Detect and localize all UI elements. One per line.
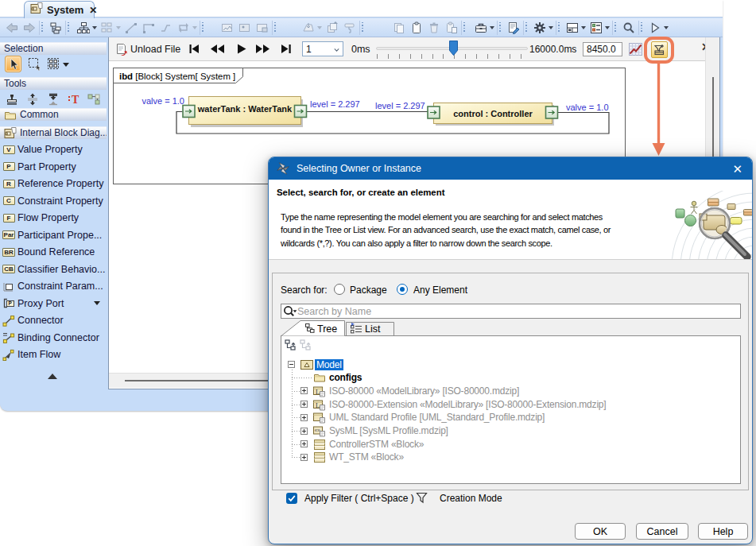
skip-to-start-icon[interactable] (189, 44, 200, 54)
rewind-icon[interactable] (210, 44, 225, 54)
tree-expand-icon[interactable] (300, 454, 308, 461)
palette-header-common[interactable]: Common (0, 108, 107, 121)
containment-tree-button[interactable] (47, 19, 64, 37)
marquee-select-button[interactable] (26, 56, 43, 72)
tab-list-label[interactable]: List (365, 323, 381, 335)
search-input[interactable]: Search by Name (281, 304, 741, 319)
tree-node-label[interactable]: Model (315, 359, 343, 370)
help-button[interactable]: Help (698, 523, 748, 540)
time-input[interactable]: 8450.0 (583, 42, 622, 56)
tree-node-iso-80000-modellibrary-iso-800[interactable]: LISO-80000 «ModelLibrary» [ISO-80000.mdz… (281, 385, 740, 398)
dialog-titlebar[interactable]: Selecting Owner or Instance ✕ (269, 157, 752, 180)
tree-node-uml-standard-profile-uml-stand[interactable]: UML Standard Profile [UML_Standard_Profi… (281, 411, 740, 424)
port-control-in[interactable] (428, 106, 440, 118)
filter-funnel-icon[interactable] (416, 492, 428, 504)
chevron-down-icon[interactable] (94, 301, 100, 305)
creation-mode-label[interactable]: Creation Mode (440, 493, 502, 504)
palette-item-part-property[interactable]: PPart Property (0, 158, 107, 175)
tab-close-icon[interactable]: ✕ (89, 6, 97, 15)
time-slider-thumb[interactable] (449, 41, 458, 56)
fast-forward-icon[interactable] (255, 44, 270, 54)
select-tool-button[interactable] (5, 56, 21, 72)
gear-button[interactable] (531, 19, 549, 37)
palette-header-ibd[interactable]: Internal Block Diag... (0, 126, 107, 139)
tab-tree-label[interactable]: Tree (317, 323, 337, 335)
chevron-down-icon[interactable] (490, 26, 494, 29)
palette-item-constraint-property[interactable]: CConstraint Property (0, 192, 107, 209)
tree-node-wt-stm-block[interactable]: WT_STM «Block» (281, 451, 740, 464)
tree-expand-icon[interactable] (300, 401, 308, 408)
step-combobox[interactable]: 1 (302, 41, 343, 56)
tree-node-label[interactable]: configs (328, 372, 363, 383)
properties-list-button[interactable] (587, 19, 605, 37)
search-icon[interactable] (283, 305, 297, 317)
chevron-down-icon[interactable] (92, 26, 97, 29)
related-elements-button[interactable] (75, 19, 92, 37)
tree-collapse-icon[interactable] (288, 361, 295, 368)
palette-item-item-flow[interactable]: Item Flow (0, 347, 107, 363)
tree-node-label[interactable]: UML Standard Profile [UML_Standard_Profi… (328, 412, 546, 423)
play-icon[interactable] (237, 44, 246, 54)
tree-expand-icon[interactable] (300, 440, 308, 447)
run-simulation-button[interactable] (646, 19, 664, 37)
vertical-spread-button[interactable] (24, 91, 41, 107)
radio-package[interactable] (334, 284, 345, 295)
tree-node-label[interactable]: ControllerSTM «Block» (328, 439, 425, 450)
apply-filter-checkbox[interactable] (286, 493, 297, 504)
window-layout-button[interactable] (564, 19, 581, 37)
chevron-down-icon[interactable] (664, 26, 669, 29)
tree-node-label[interactable]: SysML [SysML Profile.mdzip] (328, 425, 450, 436)
tree-node-label[interactable]: ISO-80000-Extension «ModelLibrary» [ISO-… (328, 399, 607, 410)
publish-document-button[interactable] (505, 19, 522, 37)
tree-node-label[interactable]: WT_STM «Block» (328, 451, 405, 463)
palette-item-value-property[interactable]: VValue Property (0, 141, 107, 158)
palette-item-flow-property[interactable]: FFlow Property (0, 210, 107, 227)
palette-item-binding-connector[interactable]: Binding Connector (0, 329, 107, 346)
chevron-down-icon[interactable] (581, 26, 586, 29)
palette-item-reference-property[interactable]: RReference Property (0, 176, 107, 192)
palette-item-constraint-param[interactable]: Constraint Param... (0, 278, 107, 295)
port-watertank-in[interactable] (183, 106, 195, 118)
text-tool-button[interactable]: T (65, 91, 82, 107)
palette-item-bound-reference[interactable]: BRBound Reference (0, 244, 107, 261)
vertical-compress-button[interactable] (45, 91, 61, 107)
collapse-all-icon[interactable] (285, 339, 297, 350)
block-control[interactable]: control : Controller (434, 103, 555, 126)
unload-file-label[interactable]: Unload File (130, 44, 180, 55)
port-watertank-out[interactable] (295, 106, 307, 118)
cancel-button[interactable]: Cancel (636, 523, 688, 540)
ok-button[interactable]: OK (575, 523, 626, 540)
group-select-button[interactable] (45, 56, 62, 72)
tree-node-model[interactable]: Model (281, 358, 740, 372)
palette-item-classifier-behavio[interactable]: CBClassifier Behavio... (0, 261, 107, 277)
tree-node-controllerstm-block[interactable]: ControllerSTM «Block» (281, 438, 740, 451)
tree-node-sysml-sysml-profile-mdzip[interactable]: «»SysML [SysML Profile.mdzip] (281, 424, 740, 438)
paste-button[interactable] (408, 19, 425, 37)
palette-scroll-up-icon[interactable] (48, 374, 57, 379)
radio-package-label[interactable]: Package (350, 285, 387, 296)
block-watertank[interactable]: waterTank : WaterTank (189, 97, 304, 128)
chevron-down-icon[interactable] (549, 26, 553, 29)
tree-expand-icon[interactable] (300, 428, 308, 435)
chart-icon[interactable] (629, 43, 642, 56)
unload-file-icon[interactable] (114, 43, 128, 56)
palette-item-connector[interactable]: Connector (0, 312, 107, 329)
skip-to-end-icon[interactable] (281, 44, 292, 54)
select-dropdown-caret[interactable] (63, 63, 69, 67)
search-button[interactable] (620, 19, 638, 37)
radio-any-element-label[interactable]: Any Element (413, 285, 467, 296)
dialog-close-icon[interactable]: ✕ (732, 162, 742, 176)
radio-any-element[interactable] (397, 284, 408, 295)
tree-expand-icon[interactable] (300, 387, 308, 394)
swimlane-button[interactable] (86, 91, 103, 107)
tree-node-label[interactable]: ISO-80000 «ModelLibrary» [ISO-80000.mdzi… (328, 385, 521, 397)
apply-filter-label[interactable]: Apply Filter ( Ctrl+Space ) (304, 493, 414, 504)
chevron-down-icon[interactable] (605, 26, 610, 29)
briefcase-button[interactable] (472, 19, 490, 37)
tree-node-configs[interactable]: configs (281, 371, 740, 385)
tree-node-iso-80000-extension-modellibra[interactable]: LISO-80000-Extension «ModelLibrary» [ISO… (281, 398, 740, 412)
stamp-tool-button[interactable] (3, 91, 20, 107)
palette-item-participant-prope[interactable]: ParParticipant Prope... (0, 227, 107, 243)
tree-expand-icon[interactable] (300, 414, 308, 421)
port-control-out[interactable] (546, 106, 558, 118)
